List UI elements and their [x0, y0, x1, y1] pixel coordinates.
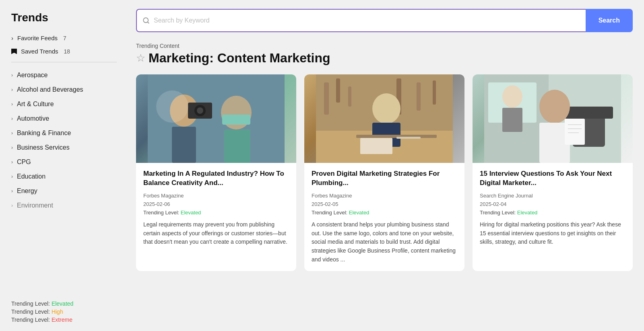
chevron-right-icon: › [11, 159, 13, 165]
svg-rect-2 [148, 74, 285, 163]
category-label-alcohol: Alcohol and Beverages [17, 86, 83, 93]
sidebar-item-business-services[interactable]: › Business Services [11, 140, 117, 155]
chevron-right-icon: › [11, 145, 13, 150]
card-1-body: Marketing In A Regulated Industry? How T… [136, 163, 296, 254]
svg-rect-22 [360, 138, 392, 154]
card-1-trending-level: Elevated [181, 210, 201, 216]
sidebar-item-banking[interactable]: › Banking & Finance [11, 126, 117, 140]
legend-high-value: High [52, 308, 63, 315]
content-card-2[interactable]: Proven Digital Marketing Strategies For … [304, 74, 464, 271]
card-1-illustration [148, 74, 285, 163]
search-bar-row: Search [136, 9, 633, 32]
category-label-environment: Environment [17, 202, 53, 209]
card-1-title: Marketing In A Regulated Industry? How T… [143, 169, 289, 188]
chevron-right-icon: › [11, 203, 13, 208]
sidebar-item-energy[interactable]: › Energy [11, 184, 117, 198]
category-label-energy: Energy [17, 187, 37, 195]
svg-line-1 [147, 22, 149, 23]
legend-high: Trending Level: High [11, 308, 117, 315]
legend-extreme-value: Extreme [52, 317, 72, 323]
legend-extreme-prefix: Trending Level: [11, 317, 52, 323]
card-2-trending: Trending Level: Elevated [312, 210, 457, 216]
card-1-date: 2025-02-06 [143, 201, 289, 207]
card-2-date: 2025-02-05 [312, 201, 457, 207]
chevron-right-icon: › [11, 35, 13, 41]
svg-point-27 [502, 85, 522, 108]
svg-rect-17 [417, 82, 421, 111]
chevron-right-icon: › [11, 72, 13, 78]
card-1-trending: Trending Level: Elevated [143, 210, 289, 216]
sidebar-item-alcohol[interactable]: › Alcohol and Beverages [11, 82, 117, 97]
category-label-aerospace: Aerospace [17, 72, 48, 79]
legend-extreme: Trending Level: Extreme [11, 317, 117, 323]
favorite-feeds-badge: 7 [63, 35, 66, 41]
card-1-description: Legal requirements may prevent you from … [143, 220, 289, 247]
legend-elevated-prefix: Trending Level: [11, 300, 52, 307]
card-2-description: A consistent brand helps your plumbing b… [312, 220, 457, 264]
chevron-right-icon: › [11, 174, 13, 179]
svg-rect-30 [565, 107, 613, 119]
legend: Trending Level: Elevated Trending Level:… [11, 292, 117, 323]
main-content: Search Trending Content ☆ Marketing: Con… [125, 0, 644, 331]
svg-point-7 [197, 107, 203, 114]
card-1-source: Forbes Magazine [143, 193, 289, 199]
sidebar-title: Trends [11, 11, 117, 24]
card-2-illustration [316, 74, 453, 163]
sidebar-item-automotive[interactable]: › Automotive [11, 111, 117, 126]
sidebar-item-art-culture[interactable]: › Art & Culture [11, 97, 117, 111]
content-card-3[interactable]: 15 Interview Questions To Ask Your Next … [473, 74, 633, 271]
card-2-image [304, 74, 464, 163]
card-2-source: Forbes Magazine [312, 193, 457, 199]
card-3-description: Hiring for digital marketing positions t… [480, 220, 625, 247]
search-button[interactable]: Search [586, 9, 633, 32]
chevron-right-icon: › [11, 188, 13, 194]
search-icon [142, 17, 150, 24]
svg-point-31 [539, 90, 570, 123]
svg-rect-21 [356, 135, 437, 138]
card-2-trending-level: Elevated [349, 210, 369, 216]
card-3-title: 15 Interview Questions To Ask Your Next … [480, 169, 625, 188]
svg-rect-13 [324, 82, 329, 115]
card-2-title: Proven Digital Marketing Strategies For … [312, 169, 457, 188]
sidebar-item-environment[interactable]: › Environment [11, 198, 117, 213]
trending-title: Marketing: Content Marketing [149, 51, 330, 66]
sidebar-item-education[interactable]: › Education [11, 169, 117, 184]
sidebar-item-saved-trends[interactable]: Saved Trends 18 [11, 45, 117, 58]
category-label-education: Education [17, 173, 45, 180]
card-3-trending-level: Elevated [517, 210, 538, 216]
card-2-body: Proven Digital Marketing Strategies For … [304, 163, 464, 271]
chevron-right-icon: › [11, 130, 13, 136]
card-3-illustration [484, 74, 621, 163]
legend-high-prefix: Trending Level: [11, 308, 52, 315]
svg-rect-23 [396, 137, 421, 139]
chevron-right-icon: › [11, 116, 13, 121]
search-input-wrapper [136, 9, 586, 32]
category-label-cpg: CPG [17, 158, 31, 166]
svg-rect-14 [336, 78, 340, 103]
category-label-art: Art & Culture [17, 101, 54, 108]
saved-trends-badge: 18 [64, 48, 70, 55]
cards-grid: Marketing In A Regulated Industry? How T… [136, 74, 633, 271]
sidebar-categories: › Aerospace › Alcohol and Beverages › Ar… [11, 68, 117, 213]
card-3-body: 15 Interview Questions To Ask Your Next … [473, 163, 633, 254]
card-1-image [136, 74, 296, 163]
content-card-1[interactable]: Marketing In A Regulated Industry? How T… [136, 74, 296, 271]
sidebar-item-favorite-feeds[interactable]: › Favorite Feeds 7 [11, 31, 117, 45]
sidebar-item-cpg[interactable]: › CPG [11, 155, 117, 169]
legend-elevated-value: Elevated [52, 300, 73, 307]
star-icon[interactable]: ☆ [136, 52, 145, 64]
svg-rect-18 [433, 80, 436, 105]
card-3-source: Search Engine Journal [480, 193, 625, 199]
chevron-right-icon: › [11, 101, 13, 107]
sidebar: Trends › Favorite Feeds 7 Saved Trends 1… [0, 0, 125, 331]
sidebar-item-aerospace[interactable]: › Aerospace [11, 68, 117, 82]
svg-rect-33 [565, 119, 585, 145]
svg-rect-9 [222, 115, 250, 125]
chevron-right-icon: › [11, 87, 13, 93]
sidebar-divider [11, 62, 117, 62]
svg-rect-28 [502, 108, 522, 132]
category-label-banking: Banking & Finance [17, 130, 71, 137]
legend-elevated: Trending Level: Elevated [11, 300, 117, 307]
card-3-trending: Trending Level: Elevated [480, 210, 625, 216]
search-input[interactable] [154, 10, 580, 31]
